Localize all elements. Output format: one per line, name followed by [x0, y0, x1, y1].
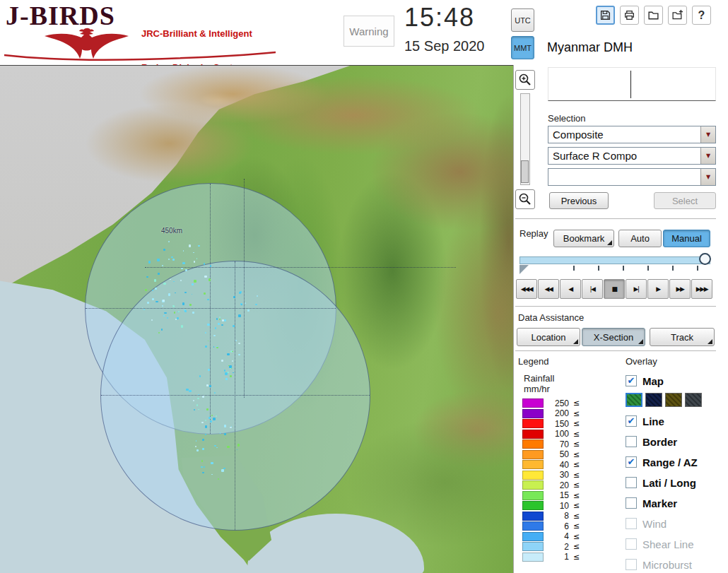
radar-echo-dot [221, 324, 223, 326]
radar-echo-dot [205, 434, 207, 435]
zoom-in-button[interactable] [515, 70, 535, 90]
radar-echo-dot [174, 312, 176, 314]
radar-echo-dot [151, 319, 153, 321]
radar-echo-dot [178, 311, 180, 312]
legend-value: 6 [545, 521, 569, 531]
radar-echo-dot [198, 394, 199, 395]
map-style-olive-button[interactable] [665, 393, 682, 407]
radar-echo-dot [193, 400, 194, 401]
clock-time: 15:48 [404, 3, 475, 33]
legend-suffix: ≤ [573, 553, 580, 562]
overlay-row-range-az: ✔Range / AZ [626, 456, 728, 468]
zoom-slider-thumb[interactable] [521, 160, 529, 183]
save-button[interactable] [596, 6, 615, 25]
playback-stop-button[interactable]: ■ [604, 279, 625, 299]
radar-echo-dot [142, 307, 143, 308]
legend-swatch [522, 419, 544, 428]
playback-step-back-button[interactable]: |◀ [582, 279, 603, 299]
overlay-checkbox-map[interactable]: ✔ [626, 375, 637, 386]
radar-echo-dot [181, 325, 183, 327]
playback-rewind-button[interactable]: ◀◀ [538, 279, 559, 299]
radar-echo-dot [189, 304, 192, 306]
overlay-checkbox-border[interactable] [626, 436, 637, 447]
auto-button[interactable]: Auto [618, 230, 662, 247]
legend-value: 15 [545, 490, 569, 500]
separator [515, 350, 716, 352]
zoom-slider-track[interactable] [520, 93, 530, 185]
station-list-box[interactable] [548, 67, 716, 101]
legend-suffix: ≤ [573, 398, 580, 408]
x-section-button[interactable]: X-Section [582, 328, 645, 346]
radar-echo-dot [209, 278, 211, 280]
map-style-gray-button[interactable] [685, 393, 702, 407]
zoom-out-button[interactable] [515, 189, 535, 209]
radar-echo-dot [222, 319, 224, 321]
radar-echo-dot [216, 318, 218, 319]
playback-fast-forward-button[interactable]: ▶▶ [669, 279, 691, 299]
manual-button[interactable]: Manual [663, 230, 710, 247]
radar-echo-dot [154, 279, 156, 282]
help-button[interactable]: ? [692, 6, 711, 25]
playback-play-button[interactable]: ▶ [647, 279, 669, 299]
export-button[interactable] [668, 6, 687, 25]
overlay-checkbox-line[interactable]: ✔ [626, 415, 637, 427]
radar-echo-dot [192, 283, 194, 285]
replay-slider-track[interactable] [519, 256, 710, 264]
radar-echo-dot [225, 372, 228, 375]
previous-button[interactable]: Previous [549, 192, 609, 209]
legend-value: 70 [545, 439, 569, 449]
open-button[interactable] [644, 6, 663, 25]
map-style-green-button[interactable] [626, 393, 642, 407]
chevron-down-icon[interactable]: ▼ [700, 126, 715, 143]
legend-suffix: ≤ [573, 439, 580, 449]
sub-product-dropdown[interactable]: ▼ [548, 168, 716, 186]
playback-play-backward-button[interactable]: ◀ [560, 279, 581, 299]
separator [515, 218, 716, 220]
radar-echo-dot [209, 417, 211, 419]
legend-swatch [522, 491, 544, 500]
legend-row: 40≤ [522, 460, 614, 469]
legend-suffix: ≤ [573, 419, 580, 428]
radar-map-canvas[interactable]: 450km [0, 65, 513, 573]
control-panel: Selection Composite ▼ Surface R Compo ▼ … [513, 65, 728, 573]
overlay-checkbox-lati-long[interactable] [626, 477, 637, 488]
radar-echo-dot [198, 409, 199, 410]
replay-slider-thumb[interactable] [699, 253, 711, 265]
legend-row: 6≤ [522, 521, 614, 531]
bookmark-button[interactable]: Bookmark [553, 230, 614, 247]
legend-swatch [522, 398, 544, 408]
legend-value: 20 [545, 480, 569, 490]
select-button[interactable]: Select [654, 192, 716, 209]
radar-echo-dot [168, 259, 170, 260]
radar-echo-dot [221, 469, 223, 472]
radar-echo-dot [202, 448, 204, 450]
composite-dropdown[interactable]: Composite ▼ [548, 126, 716, 143]
legend-unit-line2: mm/hr [524, 384, 550, 394]
radar-echo-dot [205, 425, 208, 427]
product-dropdown[interactable]: Surface R Compo ▼ [548, 147, 716, 165]
overlay-checkbox-marker[interactable] [626, 497, 637, 509]
radar-echo-dot [230, 427, 231, 429]
legend-value: 200 [545, 408, 569, 418]
legend-row: 70≤ [522, 439, 614, 449]
playback-step-forward-button[interactable]: ▶| [626, 279, 647, 299]
radar-echo-dot [157, 259, 160, 261]
legend-row: 250≤ [522, 398, 614, 408]
chevron-down-icon[interactable]: ▼ [700, 169, 715, 185]
radar-echo-dot [233, 372, 234, 373]
print-button[interactable] [620, 6, 639, 25]
legend-row: 200≤ [522, 409, 614, 418]
track-button[interactable]: Track [650, 328, 715, 346]
playback-fast-rewind-button[interactable]: ◀◀◀ [516, 279, 537, 299]
chevron-down-icon[interactable]: ▼ [700, 148, 715, 164]
map-style-navy-button[interactable] [645, 393, 662, 407]
playback-skip-end-button[interactable]: ▶▶▶ [691, 279, 712, 299]
radar-echo-dot [201, 466, 203, 468]
radar-echo-dot [238, 343, 240, 344]
legend-suffix: ≤ [573, 460, 580, 469]
utc-button[interactable]: UTC [511, 8, 534, 32]
legend-value: 100 [545, 429, 569, 439]
location-button[interactable]: Location [517, 328, 580, 346]
mmt-button[interactable]: MMT [511, 36, 534, 59]
overlay-checkbox-range-az[interactable]: ✔ [626, 456, 637, 468]
